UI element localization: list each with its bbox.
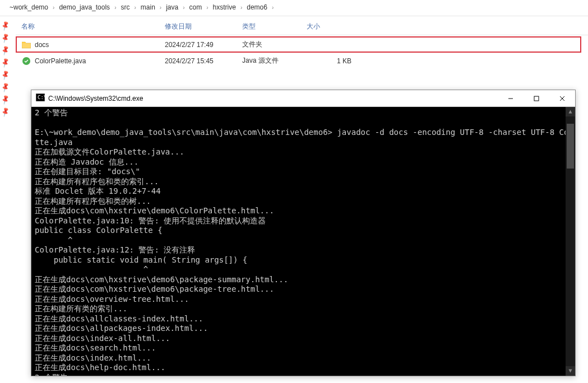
- chevron-right-icon: ›: [239, 4, 243, 11]
- breadcrumb-item[interactable]: demo_java_tools: [58, 3, 111, 11]
- breadcrumb-item[interactable]: hxstrive: [212, 3, 237, 11]
- file-list: docs 2024/2/27 17:49 文件夹 ColorPalette.ja…: [16, 36, 588, 68]
- file-type: 文件夹: [242, 40, 307, 49]
- file-name: ColorPalette.java: [35, 57, 86, 65]
- chevron-right-icon: ›: [52, 4, 55, 11]
- pin-icon[interactable]: 📌: [0, 68, 12, 80]
- file-type: Java 源文件: [242, 56, 307, 66]
- file-name: docs: [35, 41, 49, 49]
- cmd-scrollbar[interactable]: ▲ ▼: [566, 107, 575, 376]
- cmd-output[interactable]: 2 个警告 E:\~work_demo\demo_java_tools\src\…: [31, 107, 575, 376]
- file-explorer: 名称 修改日期 类型 大小 docs 2024/2/27 17:49 文件夹 C…: [0, 16, 588, 68]
- file-date: 2024/2/27 17:49: [165, 41, 242, 49]
- close-button[interactable]: [549, 90, 575, 107]
- breadcrumb-item[interactable]: demo6: [246, 3, 268, 11]
- file-row-docs[interactable]: docs 2024/2/27 17:49 文件夹: [16, 36, 581, 53]
- breadcrumb: ~work_demo › demo_java_tools › src › mai…: [0, 0, 588, 16]
- cmd-text: 2 个警告 E:\~work_demo\demo_java_tools\src\…: [35, 108, 575, 376]
- file-list-header: 名称 修改日期 类型 大小: [16, 16, 588, 35]
- file-date: 2024/2/27 15:45: [165, 57, 242, 65]
- breadcrumb-item[interactable]: com: [188, 3, 203, 11]
- chevron-right-icon: ›: [133, 4, 137, 11]
- pin-icon[interactable]: 📌: [0, 81, 12, 92]
- column-header-date[interactable]: 修改日期: [165, 22, 242, 31]
- chevron-right-icon: ›: [182, 4, 186, 11]
- pin-icon[interactable]: 📌: [0, 105, 12, 117]
- column-header-name[interactable]: 名称: [21, 22, 165, 31]
- quick-access-pins: 📌 📌 📌 📌 📌 📌 📌 📌: [1, 21, 11, 115]
- scroll-up-icon[interactable]: ▲: [566, 107, 575, 116]
- minimize-button[interactable]: [498, 90, 524, 107]
- maximize-button[interactable]: [524, 90, 549, 107]
- java-file-icon: [21, 57, 31, 66]
- folder-icon: [21, 41, 31, 49]
- breadcrumb-item[interactable]: java: [165, 3, 179, 11]
- pin-icon[interactable]: 📌: [0, 93, 12, 105]
- column-header-type[interactable]: 类型: [242, 22, 307, 31]
- file-size: 1 KB: [307, 57, 363, 65]
- cmd-window[interactable]: C:\ C:\Windows\System32\cmd.exe 2 个警告 E:…: [31, 90, 576, 376]
- breadcrumb-item[interactable]: src: [119, 3, 131, 11]
- pin-icon[interactable]: 📌: [0, 44, 12, 55]
- pin-icon[interactable]: 📌: [0, 56, 12, 68]
- breadcrumb-item[interactable]: ~work_demo: [8, 3, 49, 11]
- scrollbar-thumb[interactable]: [567, 124, 574, 169]
- file-row-colorpalette[interactable]: ColorPalette.java 2024/2/27 15:45 Java 源…: [16, 54, 588, 68]
- chevron-right-icon: ›: [113, 4, 117, 11]
- svg-text:C:\: C:\: [38, 95, 45, 100]
- scroll-down-icon[interactable]: ▼: [566, 366, 575, 376]
- pin-icon[interactable]: 📌: [0, 19, 12, 31]
- column-header-size[interactable]: 大小: [307, 22, 351, 31]
- svg-rect-4: [534, 96, 539, 101]
- chevron-right-icon: ›: [271, 4, 275, 11]
- cmd-icon: C:\: [36, 94, 45, 103]
- breadcrumb-item[interactable]: main: [140, 3, 156, 11]
- cmd-title-text: C:\Windows\System32\cmd.exe: [48, 95, 143, 102]
- cmd-titlebar[interactable]: C:\ C:\Windows\System32\cmd.exe: [31, 90, 575, 107]
- chevron-right-icon: ›: [159, 4, 163, 11]
- chevron-right-icon: ›: [205, 4, 209, 11]
- pin-icon[interactable]: 📌: [0, 31, 12, 43]
